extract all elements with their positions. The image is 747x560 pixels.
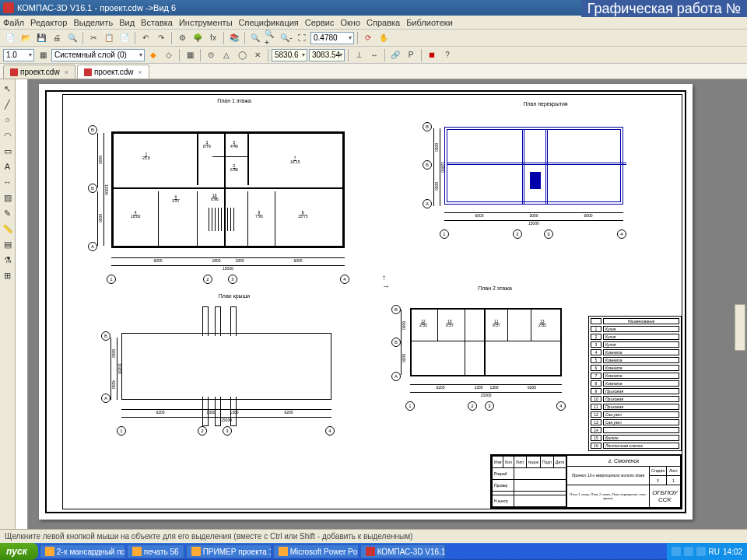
open-icon[interactable]: 📂 [19, 31, 33, 45]
stop-icon[interactable]: ⏹ [425, 48, 439, 62]
refresh-icon[interactable]: ⟳ [361, 31, 375, 45]
menu-service[interactable]: Сервис [305, 18, 335, 27]
rooms-table: Наименование 1Кухня2Кухня3Кухня4Комната5… [588, 316, 682, 451]
toolbar-view: 1.0 ▦ Системный слой (0) ◆ ◇ ▦ ⊙ △ ◯ ✕ 5… [0, 47, 747, 64]
layer-combo[interactable]: Системный слой (0) [51, 49, 145, 61]
menu-insert[interactable]: Вставка [141, 18, 173, 27]
paste-icon[interactable]: 📄 [117, 31, 132, 45]
start-button[interactable]: пуск [0, 543, 38, 560]
hatch-icon[interactable]: ▨ [1, 191, 15, 205]
vars-icon[interactable]: fx [206, 31, 220, 45]
text-icon[interactable]: A [1, 159, 15, 173]
window-title: КОМПАС-3D V16.1 - проект.cdw ->Вид 6 [17, 3, 176, 12]
close-icon[interactable]: × [139, 68, 142, 76]
tray-icon[interactable] [684, 547, 693, 556]
preview-icon[interactable]: 🔍 [65, 31, 79, 45]
clock[interactable]: 14:02 [723, 548, 742, 556]
snap-end-icon[interactable]: ⊙ [204, 48, 218, 62]
doc-icon [84, 68, 92, 76]
rect-icon[interactable]: ▭ [1, 144, 15, 158]
ruler-vertical [16, 79, 28, 529]
measure-icon[interactable]: 📏 [1, 222, 15, 236]
taskbar: пуск 2-х мансардный по... печать 56 ПРИМ… [0, 543, 747, 560]
close-icon[interactable]: × [65, 68, 68, 76]
arrow-icon[interactable]: ↖ [1, 82, 15, 96]
params-icon[interactable]: ⚗ [1, 253, 15, 267]
help-icon[interactable]: ? [440, 48, 454, 62]
zoom-in-icon[interactable]: 🔍+ [264, 31, 278, 45]
redo-icon[interactable]: ↷ [154, 31, 168, 45]
plan1-drawing: План 1 этажа В Б А 6000 6000 12000 [94, 98, 374, 287]
menu-spec[interactable]: Спецификация [239, 18, 299, 27]
menu-libs[interactable]: Библиотеки [406, 18, 453, 27]
pan-icon[interactable]: ✋ [377, 31, 391, 45]
menu-window[interactable]: Окно [340, 18, 360, 27]
dim-icon[interactable]: ↔ [367, 48, 381, 62]
zoom-out-icon[interactable]: 🔍- [279, 31, 293, 45]
task-icon [45, 547, 54, 556]
doc-tabs: проект.cdw× проект.cdw× [0, 64, 747, 79]
task-icon [366, 547, 375, 556]
task-icon [191, 547, 201, 556]
new-icon[interactable]: 📄 [3, 31, 17, 45]
menubar: Файл Редактор Выделить Вид Вставка Инстр… [0, 16, 747, 30]
canvas[interactable]: План 1 этажа В Б А 6000 6000 12000 [16, 79, 747, 529]
work-area: ↖ ╱ ○ ◠ ▭ A ↔ ▨ ✎ 📏 ▤ ⚗ ⊞ План 1 [0, 79, 747, 529]
task-2[interactable]: ПРИМЕР проекта 12-... [186, 544, 272, 558]
menu-file[interactable]: Файл [3, 18, 24, 27]
menu-select[interactable]: Выделить [73, 18, 113, 27]
edit-icon[interactable]: ✎ [1, 206, 15, 220]
param-icon[interactable]: P [404, 48, 418, 62]
menu-view[interactable]: Вид [119, 18, 135, 27]
ortho-icon[interactable]: ⊥ [352, 48, 366, 62]
tab-0[interactable]: проект.cdw× [3, 65, 75, 79]
task-3[interactable]: Microsoft Power Point ... [273, 544, 359, 558]
task-icon [132, 547, 142, 556]
coord-y[interactable]: 3083.54 [309, 49, 345, 61]
save-icon[interactable]: 💾 [34, 31, 48, 45]
undo-icon[interactable]: ↶ [139, 31, 153, 45]
assoc-icon[interactable]: 🔗 [388, 48, 402, 62]
snap-mid-icon[interactable]: △ [219, 48, 233, 62]
spec-icon[interactable]: ▤ [1, 237, 15, 251]
page-indicator[interactable] [735, 304, 745, 351]
zoom-window-icon[interactable]: 🔍 [248, 31, 262, 45]
tray-icon[interactable] [672, 547, 681, 556]
system-tray: RU 14:02 [667, 543, 747, 560]
zoom-combo[interactable]: 0.4780 [310, 32, 354, 44]
copy-icon[interactable]: 📋 [102, 31, 116, 45]
cut-icon[interactable]: ✂ [86, 31, 100, 45]
print-icon[interactable]: 🖨 [50, 31, 64, 45]
plan2-drawing: План 2 этажа В Б А 6000 6000 [398, 285, 592, 426]
app-icon [3, 2, 14, 13]
scale-combo[interactable]: 1.0 [3, 49, 34, 61]
lib-icon[interactable]: 📚 [227, 31, 241, 45]
props-icon[interactable]: ⚙ [175, 31, 189, 45]
toolbar-main: 📄 📂 💾 🖨 🔍 ✂ 📋 📄 ↶ ↷ ⚙ 🌳 fx 📚 🔍 🔍+ 🔍- ⛶ 0… [0, 30, 747, 47]
lang-indicator[interactable]: RU [709, 548, 720, 556]
grid-icon[interactable]: ▦ [183, 48, 197, 62]
task-4[interactable]: КОМПАС-3D V16.1 ... [360, 544, 446, 558]
task-1[interactable]: печать 56 [127, 544, 184, 558]
tray-icon[interactable] [696, 547, 706, 556]
dim-tool-icon[interactable]: ↔ [1, 175, 15, 189]
tree-icon[interactable]: 🌳 [191, 31, 205, 45]
line-icon[interactable]: ╱ [1, 97, 15, 111]
state2-icon[interactable]: ◇ [162, 48, 176, 62]
snap-cen-icon[interactable]: ◯ [235, 48, 249, 62]
circle-icon[interactable]: ○ [1, 113, 15, 127]
menu-edit[interactable]: Редактор [30, 18, 67, 27]
arc-icon[interactable]: ◠ [1, 128, 15, 142]
state-icon[interactable]: ◆ [146, 48, 160, 62]
views-icon[interactable]: ⊞ [1, 268, 15, 282]
task-0[interactable]: 2-х мансардный по... [40, 544, 125, 558]
menu-tools[interactable]: Инструменты [179, 18, 233, 27]
snap-int-icon[interactable]: ✕ [251, 48, 265, 62]
zoom-fit-icon[interactable]: ⛶ [295, 31, 309, 45]
menu-help[interactable]: Справка [366, 18, 400, 27]
roof-drawing: План крыши В А 6000 4200 10200 [106, 293, 363, 453]
layer-icon[interactable]: ▦ [36, 48, 50, 62]
task-icon [279, 547, 288, 556]
coord-x[interactable]: 5830.6 [272, 49, 307, 61]
tab-1[interactable]: проект.cdw× [77, 65, 149, 79]
